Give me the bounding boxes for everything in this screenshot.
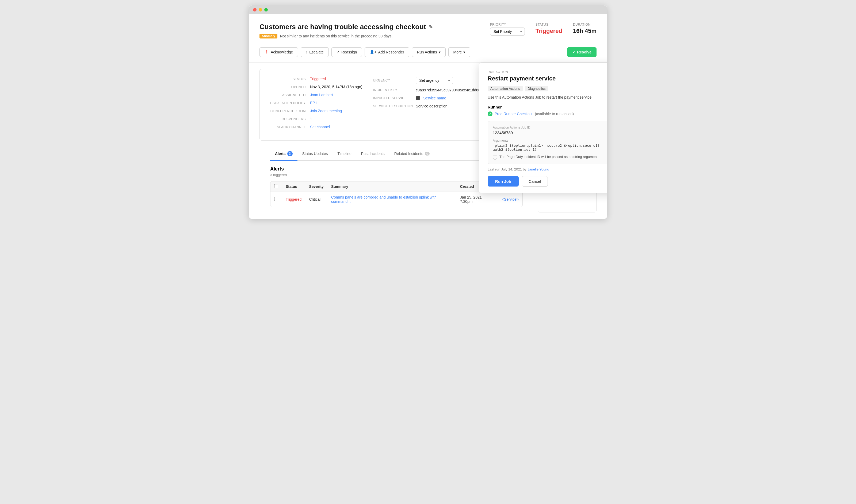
priority-select[interactable]: Set Priority P1 P2 P3 P4: [490, 28, 525, 36]
run-job-button[interactable]: Run Job: [487, 176, 519, 186]
last-run-text: Last run July 14, 2021 by: [487, 167, 527, 171]
tab-related-incidents[interactable]: Related Incidents 0: [390, 147, 434, 161]
left-info: STATUS Triggered OPENED Nov 3, 2020, 5:1…: [268, 77, 362, 133]
opened-label: OPENED: [268, 85, 306, 89]
job-id-label: Automation Actions Job ID: [493, 126, 604, 129]
run-action-panel: ✕ RUN ACTION Restart payment service Aut…: [479, 62, 607, 193]
tab-alerts[interactable]: Alerts 3: [270, 147, 297, 161]
tab-alerts-label: Alerts: [275, 151, 286, 156]
resolve-check-icon: ✓: [572, 50, 576, 54]
escalate-button[interactable]: ↑ Escalate: [301, 47, 329, 57]
more-chevron-icon: ▾: [463, 50, 465, 54]
responders-label: RESPONDERS: [268, 117, 306, 121]
add-responder-icon: 👤+: [370, 50, 376, 54]
anomaly-badge: Anomaly: [259, 34, 277, 38]
more-button[interactable]: More ▾: [448, 47, 470, 57]
conf-label: CONFERENCE ZOOM: [268, 109, 306, 113]
panel-actions: Run Job Cancel: [487, 176, 607, 186]
tab-status-updates[interactable]: Status Updates: [297, 147, 333, 161]
main-area: STATUS Triggered OPENED Nov 3, 2020, 5:1…: [249, 62, 607, 219]
escalation-value[interactable]: EP1: [310, 101, 317, 105]
incident-header: Customers are having trouble accessing c…: [249, 14, 607, 38]
reassign-icon: ↗: [337, 50, 340, 54]
incident-title-text: Customers are having trouble accessing c…: [259, 23, 426, 31]
tag-row: Automation Actions Diagnostics: [487, 86, 607, 91]
service-icon: ⬛: [416, 96, 420, 100]
resolve-button[interactable]: ✓ Resolve: [567, 47, 597, 57]
assigned-label: ASSIGNED TO: [268, 93, 306, 97]
assigned-value[interactable]: Joan Lambert: [310, 93, 333, 97]
row-summary-link[interactable]: Comms panels are corroded and unable to …: [331, 195, 436, 204]
row-status-value: Triggered: [286, 197, 302, 201]
runner-row: ✓ Prod Runner Checkout (available to run…: [487, 111, 607, 116]
duration-label: DURATION: [573, 23, 597, 26]
runner-name[interactable]: Prod Runner Checkout: [495, 112, 533, 116]
run-action-desc: Use this Automation Actions Job to resta…: [487, 95, 607, 100]
tab-alerts-badge: 3: [287, 151, 293, 156]
acknowledge-button[interactable]: ❗ Acknowledge: [259, 47, 298, 57]
tab-related-incidents-label: Related Incidents: [394, 151, 423, 156]
row-created: Jan 25, 2021 7:30pm: [456, 192, 498, 207]
impacted-label: IMPACTED SERVICE: [373, 96, 416, 100]
incident-title: Customers are having trouble accessing c…: [259, 23, 479, 31]
args-value: -plain2 ${option.plain1} -secure2 ${opti…: [493, 144, 604, 151]
status-meta: STATUS Triggered: [535, 23, 562, 35]
runner-availability: (available to run action): [535, 112, 574, 116]
last-run: Last run July 14, 2021 by Janelle Young: [487, 167, 607, 171]
status-label: STATUS: [535, 23, 562, 26]
select-all-checkbox[interactable]: [274, 184, 278, 188]
info-note-row: i The PagerDuty incident ID will be pass…: [493, 155, 604, 160]
tab-timeline[interactable]: Timeline: [332, 147, 356, 161]
tab-status-updates-label: Status Updates: [302, 151, 328, 156]
opened-value: Nov 3, 2020, 5:14PM (18h ago): [310, 85, 362, 89]
run-actions-chevron-icon: ▾: [439, 50, 441, 54]
runner-section: Runner ✓ Prod Runner Checkout (available…: [487, 105, 607, 116]
conf-value[interactable]: Join Zoom meeting: [310, 109, 342, 113]
maximize-button[interactable]: [264, 8, 268, 12]
status-field-value: Triggered: [310, 77, 326, 81]
duration-meta: DURATION 16h 45m: [573, 23, 597, 35]
panel-close-button[interactable]: ✕: [607, 68, 607, 75]
last-run-user[interactable]: Janelle Young: [528, 167, 549, 171]
args-label: Arguments: [493, 139, 604, 142]
responders-value: 1: [310, 117, 312, 121]
info-icon: i: [493, 155, 497, 160]
titlebar: [249, 5, 607, 14]
row-checkbox[interactable]: [274, 197, 278, 201]
job-id-value: 123456789: [493, 130, 604, 135]
row-service-link[interactable]: <Service>: [502, 197, 519, 201]
row-checkbox-cell: [271, 192, 282, 207]
incident-key-label: INCIDENT KEY: [373, 88, 416, 92]
tab-past-incidents[interactable]: Past Incidents: [356, 147, 390, 161]
action-bar: ❗ Acknowledge ↑ Escalate ↗ Reassign 👤+ A…: [249, 42, 607, 62]
row-status: Triggered: [282, 192, 305, 207]
status-value: Triggered: [535, 28, 562, 34]
impacted-value[interactable]: Service name: [423, 96, 446, 100]
row-service: <Service>: [498, 192, 523, 207]
tag-diagnostics: Diagnostics: [525, 86, 548, 91]
runner-label: Runner: [487, 105, 607, 109]
anomaly-text: Not similar to any incidents on this ser…: [280, 34, 393, 38]
cancel-button[interactable]: Cancel: [522, 176, 548, 186]
reassign-button[interactable]: ↗ Reassign: [331, 47, 362, 57]
info-note-text: The PagerDuty incident ID will be passed…: [499, 155, 598, 159]
run-actions-button[interactable]: Run Actions ▾: [412, 47, 446, 57]
close-button[interactable]: [253, 8, 257, 12]
minimize-button[interactable]: [259, 8, 262, 12]
edit-title-icon[interactable]: ✎: [429, 24, 433, 30]
run-action-label: RUN ACTION: [487, 70, 607, 73]
run-action-title: Restart payment service: [487, 75, 607, 82]
job-box: Automation Actions Job ID 123456789 Argu…: [487, 121, 607, 164]
runner-available-icon: ✓: [487, 111, 493, 116]
main-window: Customers are having trouble accessing c…: [249, 5, 607, 219]
tab-related-incidents-badge: 0: [425, 152, 430, 156]
row-summary: Comms panels are corroded and unable to …: [327, 192, 456, 207]
priority-meta: PRIORITY Set Priority P1 P2 P3 P4: [490, 23, 525, 36]
duration-value: 16h 45m: [573, 28, 597, 34]
tab-past-incidents-label: Past Incidents: [361, 151, 385, 156]
urgency-select[interactable]: Set urgency High Low: [416, 77, 453, 84]
add-responder-button[interactable]: 👤+ Add Responder: [365, 47, 409, 57]
status-field-label: STATUS: [268, 77, 306, 81]
slack-value[interactable]: Set channel: [310, 125, 330, 129]
th-checkbox: [271, 181, 282, 192]
